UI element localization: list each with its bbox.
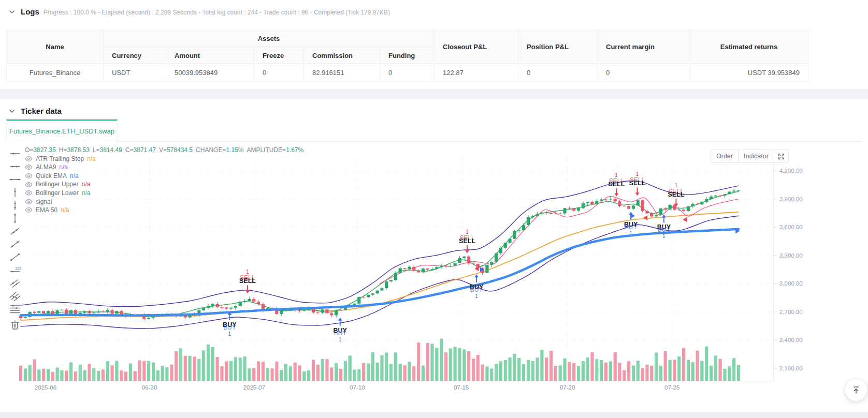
candle-body bbox=[696, 204, 699, 204]
account-table: Name Assets Closeout P&L Position P&L Cu… bbox=[6, 29, 808, 82]
volume-bar bbox=[454, 347, 457, 381]
visibility-eye-icon[interactable] bbox=[25, 190, 33, 196]
volume-bar bbox=[412, 366, 415, 381]
volume-bar bbox=[294, 363, 297, 381]
legend-name: signal bbox=[36, 198, 52, 206]
candle-body bbox=[719, 196, 722, 196]
volume-bar bbox=[33, 360, 36, 381]
order-button[interactable]: Order bbox=[711, 150, 739, 162]
candle-body bbox=[668, 205, 671, 210]
legend-value: n/a bbox=[61, 206, 69, 215]
candle-body bbox=[412, 267, 415, 271]
horizontal-ray-icon[interactable] bbox=[9, 148, 21, 159]
volume-bar bbox=[298, 365, 301, 381]
candle-body bbox=[627, 206, 630, 208]
visibility-eye-icon[interactable] bbox=[25, 173, 33, 179]
candle-body bbox=[110, 310, 113, 314]
volume-bar bbox=[732, 358, 735, 381]
legend-item-bollinger-upper: Bollinger Uppern/a bbox=[25, 180, 303, 189]
vertical-line-icon[interactable] bbox=[9, 213, 21, 224]
ticker-header: Ticker data bbox=[0, 99, 868, 115]
visibility-eye-icon[interactable] bbox=[25, 164, 33, 170]
volume-bar bbox=[134, 371, 137, 381]
line-icon[interactable] bbox=[9, 251, 21, 263]
volume-bar bbox=[385, 353, 388, 381]
volume-bar bbox=[202, 350, 205, 381]
volume-bar bbox=[24, 368, 27, 381]
collapse-logs-chevron-down-icon[interactable] bbox=[8, 8, 16, 16]
fibonacci-icon[interactable] bbox=[9, 303, 21, 315]
volume-bar bbox=[234, 357, 237, 381]
buy-arrowhead bbox=[474, 274, 479, 277]
volume-bar bbox=[426, 343, 429, 381]
candle-body bbox=[422, 268, 425, 272]
candle-body bbox=[426, 268, 429, 270]
volume-bar bbox=[284, 364, 287, 381]
candle-body bbox=[321, 309, 324, 312]
volume-bar bbox=[65, 370, 68, 381]
horizontal-line-icon[interactable] bbox=[9, 174, 21, 185]
candle-body bbox=[83, 311, 86, 312]
tab-futures-binance-eth-usdt-swap[interactable]: Futures_Binance.ETH_USDT.swap bbox=[6, 120, 118, 142]
marker-label: 1 bbox=[662, 233, 666, 239]
volume-bar bbox=[582, 361, 585, 381]
volume-bar bbox=[102, 369, 105, 381]
legend-name: Bollinger Lower bbox=[36, 189, 79, 198]
volume-bar bbox=[586, 357, 589, 381]
volume-bar bbox=[614, 352, 617, 381]
visibility-eye-icon[interactable] bbox=[25, 156, 33, 162]
cell-funding: 0 bbox=[380, 64, 435, 82]
volume-bar bbox=[499, 361, 502, 381]
volume-bar bbox=[344, 361, 347, 381]
visibility-eye-icon[interactable] bbox=[25, 199, 33, 205]
volume-bar bbox=[349, 355, 352, 381]
candle-body bbox=[298, 310, 301, 311]
segment-icon[interactable] bbox=[9, 238, 21, 250]
ray-icon[interactable] bbox=[9, 226, 21, 237]
x-axis-label: 2025-07 bbox=[243, 384, 265, 391]
sell-arrowhead bbox=[465, 250, 469, 253]
volume-bar bbox=[325, 359, 328, 381]
marker-label: SELL bbox=[629, 180, 646, 187]
parallel-line-icon[interactable] bbox=[9, 277, 21, 289]
candle-body bbox=[645, 211, 648, 214]
price-channel-icon[interactable] bbox=[9, 290, 21, 302]
marker-label: 1 bbox=[339, 337, 342, 342]
volume-bar bbox=[138, 361, 141, 381]
candle-body bbox=[88, 311, 91, 313]
volume-bar bbox=[627, 361, 630, 381]
remove-drawing-icon[interactable] bbox=[9, 319, 21, 331]
volume-bar bbox=[430, 344, 433, 381]
backtest-page: Logs Progress : 100.0 % - Elapsed (secon… bbox=[0, 0, 868, 418]
scroll-to-top-button[interactable] bbox=[845, 379, 867, 401]
candle-body bbox=[280, 310, 283, 314]
volume-bar bbox=[659, 366, 662, 381]
volume-bar bbox=[590, 352, 594, 381]
candle-body bbox=[527, 217, 530, 225]
candle-body bbox=[430, 269, 433, 270]
visibility-eye-icon[interactable] bbox=[25, 182, 33, 188]
price-line-icon[interactable]: 123 bbox=[9, 264, 21, 276]
cell-freeze: 0 bbox=[254, 64, 304, 82]
indicator-button[interactable]: Indicator bbox=[739, 150, 774, 162]
y-axis-label: 2,100.00 bbox=[779, 365, 803, 371]
vertical-ray-icon[interactable] bbox=[9, 187, 21, 198]
candle-body bbox=[614, 199, 617, 201]
horizontal-segment-icon[interactable] bbox=[9, 161, 21, 172]
vertical-segment-icon[interactable] bbox=[9, 200, 21, 211]
marker-label: SELL bbox=[608, 181, 625, 188]
legend-item-alma9: ALMA9n/a bbox=[25, 163, 303, 172]
volume-bar bbox=[504, 360, 507, 381]
candle-body bbox=[243, 301, 246, 302]
candle-body bbox=[97, 311, 100, 312]
visibility-eye-icon[interactable] bbox=[25, 207, 33, 213]
legend-item-quick-ema: Quick EMAn/a bbox=[25, 172, 303, 181]
collapse-ticker-chevron-down-icon[interactable] bbox=[8, 108, 16, 115]
volume-bar bbox=[394, 352, 397, 381]
volume-bar bbox=[417, 342, 420, 381]
candle-body bbox=[495, 253, 498, 262]
candle-body bbox=[723, 194, 726, 196]
volume-bar bbox=[650, 366, 653, 381]
fullscreen-button[interactable] bbox=[774, 150, 788, 162]
cell-current-margin: 0 bbox=[598, 64, 690, 82]
